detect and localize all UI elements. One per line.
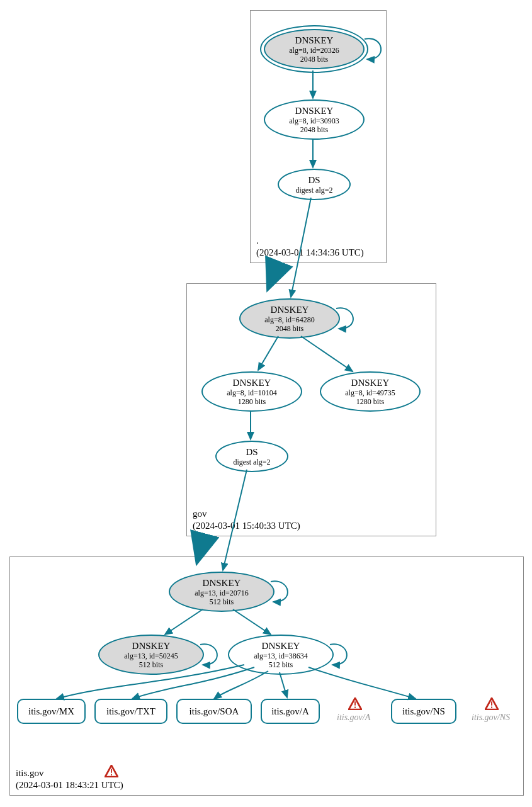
itis-ksk-title: DNSKEY xyxy=(203,577,241,589)
zone-itis-ts: (2024-03-01 18:43:21 UTC) xyxy=(16,780,123,790)
gov-zsk2-title: DNSKEY xyxy=(351,377,390,388)
svg-rect-4 xyxy=(491,701,492,705)
root-zsk-l2: 2048 bits xyxy=(300,125,328,134)
root-zsk-title: DNSKEY xyxy=(295,105,334,116)
node-itis-zsk1[interactable]: DNSKEY alg=13, id=50245 512 bits xyxy=(98,635,204,675)
warning-icon-ns xyxy=(485,697,499,710)
rr-ns[interactable]: itis.gov/NS xyxy=(391,699,456,724)
gov-zsk1-title: DNSKEY xyxy=(233,377,271,388)
itis-zsk1-l1: alg=13, id=50245 xyxy=(124,652,178,660)
node-gov-zsk2[interactable]: DNSKEY alg=8, id=49735 1280 bits xyxy=(320,371,421,412)
itis-zsk1-l2: 512 bits xyxy=(139,660,163,669)
node-gov-ksk[interactable]: DNSKEY alg=8, id=64280 2048 bits xyxy=(239,298,340,339)
gov-ksk-l2: 2048 bits xyxy=(276,324,303,333)
rr-a-warn-label: itis.gov/A xyxy=(337,713,370,723)
gov-zsk1-l1: alg=8, id=10104 xyxy=(227,388,277,397)
node-itis-zsk2[interactable]: DNSKEY alg=13, id=38634 512 bits xyxy=(228,635,334,675)
warning-icon-a xyxy=(348,697,362,710)
svg-rect-1 xyxy=(354,701,356,705)
rr-a[interactable]: itis.gov/A xyxy=(261,699,320,724)
root-zsk-l1: alg=8, id=30903 xyxy=(289,116,339,125)
node-root-ds[interactable]: DS digest alg=2 xyxy=(278,169,351,200)
rr-ns-warn-label: itis.gov/NS xyxy=(472,713,510,723)
node-root-zsk[interactable]: DNSKEY alg=8, id=30903 2048 bits xyxy=(264,99,365,140)
rr-txt[interactable]: itis.gov/TXT xyxy=(94,699,167,724)
itis-zsk2-l2: 512 bits xyxy=(269,660,293,669)
svg-rect-5 xyxy=(491,707,492,708)
zone-root-label: . (2024-03-01 14:34:36 UTC) xyxy=(256,235,364,259)
zone-gov-ts: (2024-03-01 15:40:33 UTC) xyxy=(193,521,300,531)
gov-ksk-title: DNSKEY xyxy=(271,304,309,315)
itis-zsk2-l1: alg=13, id=38634 xyxy=(254,652,308,660)
node-root-ksk[interactable]: DNSKEY alg=8, id=20326 2048 bits xyxy=(264,29,365,69)
svg-rect-8 xyxy=(111,774,112,776)
root-ksk-l1: alg=8, id=20326 xyxy=(289,46,339,55)
gov-ksk-l1: alg=8, id=64280 xyxy=(264,315,315,324)
gov-zsk2-l1: alg=8, id=49735 xyxy=(345,388,395,397)
gov-zsk2-l2: 1280 bits xyxy=(356,397,384,406)
gov-zsk1-l2: 1280 bits xyxy=(238,397,266,406)
zone-root-name: . xyxy=(256,235,259,245)
root-ds-l1: digest alg=2 xyxy=(295,186,332,195)
root-ksk-l2: 2048 bits xyxy=(300,55,328,64)
rr-mx[interactable]: itis.gov/MX xyxy=(17,699,86,724)
svg-rect-2 xyxy=(354,707,356,708)
zone-gov-name: gov xyxy=(193,509,207,519)
itis-ksk-l1: alg=13, id=20716 xyxy=(195,589,249,597)
svg-rect-7 xyxy=(111,769,112,772)
node-gov-ds[interactable]: DS digest alg=2 xyxy=(215,441,288,472)
rr-soa[interactable]: itis.gov/SOA xyxy=(176,699,252,724)
zone-root-ts: (2024-03-01 14:34:36 UTC) xyxy=(256,247,364,257)
root-ksk-title: DNSKEY xyxy=(295,35,334,46)
node-gov-zsk1[interactable]: DNSKEY alg=8, id=10104 1280 bits xyxy=(201,371,302,412)
itis-zsk2-title: DNSKEY xyxy=(262,640,300,652)
gov-ds-l1: digest alg=2 xyxy=(233,458,270,466)
itis-ksk-l2: 512 bits xyxy=(210,597,234,606)
gov-ds-title: DS xyxy=(246,446,258,458)
zone-itis-name: itis.gov xyxy=(16,768,44,778)
warning-icon-zone xyxy=(105,765,118,777)
node-itis-ksk[interactable]: DNSKEY alg=13, id=20716 512 bits xyxy=(169,572,274,612)
zone-gov-label: gov (2024-03-01 15:40:33 UTC) xyxy=(193,508,300,532)
root-ds-title: DS xyxy=(308,174,320,186)
itis-zsk1-title: DNSKEY xyxy=(132,640,171,652)
